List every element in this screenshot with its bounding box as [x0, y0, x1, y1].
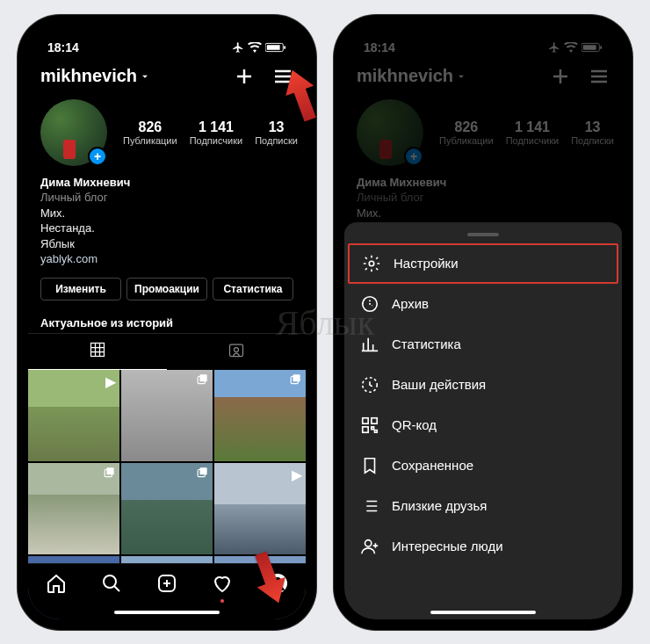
sheet-item-label: QR-код: [392, 417, 437, 432]
sheet-item-insights[interactable]: Статистика: [344, 324, 622, 365]
tagged-icon: [228, 341, 245, 358]
post-thumbnail[interactable]: ▶: [214, 463, 306, 554]
svg-rect-6: [200, 374, 207, 381]
stat-followers[interactable]: 1 141 Подписчики: [190, 119, 243, 146]
screen-right: 18:14 mikhnevich +: [344, 25, 622, 619]
stat-followers[interactable]: 1 141Подписчики: [506, 119, 560, 146]
sheet-item-label: Близкие друзья: [392, 498, 487, 513]
nav-activity[interactable]: [212, 573, 233, 597]
bio-name: Дима Михневич: [40, 175, 293, 191]
stat-following[interactable]: 13Подписки: [571, 119, 614, 146]
bio-name: Дима Михневич: [357, 175, 610, 191]
avatar[interactable]: +: [40, 99, 107, 166]
post-thumbnail[interactable]: [121, 463, 213, 554]
svg-point-5: [235, 347, 239, 351]
add-story-badge[interactable]: +: [88, 147, 107, 166]
plus-square-icon: [156, 573, 177, 594]
insights-button[interactable]: Статистика: [213, 278, 293, 300]
phone-left: 18:14 mikhnevich +: [18, 15, 316, 630]
nav-create[interactable]: [156, 573, 177, 597]
sheet-item-qr[interactable]: QR-код: [344, 405, 622, 445]
post-thumbnail[interactable]: [214, 370, 306, 461]
home-indicator: [430, 611, 536, 614]
create-icon[interactable]: [234, 66, 255, 87]
sheet-item-label: Ваши действия: [392, 377, 486, 392]
svg-rect-3: [91, 343, 105, 356]
bio-link[interactable]: yablyk.com: [40, 251, 293, 267]
svg-rect-4: [230, 344, 243, 356]
nav-home[interactable]: [46, 573, 67, 597]
tab-tagged[interactable]: [167, 334, 306, 370]
add-story-badge[interactable]: +: [404, 147, 423, 166]
sheet-handle[interactable]: [467, 233, 499, 236]
svg-point-27: [365, 539, 372, 546]
sheet-item-settings[interactable]: Настройки: [348, 243, 618, 284]
notch: [413, 25, 553, 48]
svg-rect-8: [293, 374, 300, 381]
chevron-down-icon: [455, 70, 467, 83]
archive-icon: [360, 294, 379, 314]
svg-rect-20: [600, 46, 602, 49]
home-icon: [46, 573, 67, 594]
username-text: mikhnevich: [40, 66, 137, 86]
chart-icon: [360, 335, 379, 354]
svg-rect-10: [107, 467, 114, 474]
username-dropdown[interactable]: mikhnevich: [40, 66, 151, 86]
sheet-item-close-friends[interactable]: Близкие друзья: [344, 486, 622, 526]
post-thumbnail[interactable]: ▶: [28, 370, 119, 461]
grid-icon: [89, 341, 106, 358]
profile-section: + 826 Публикации 1 141 Подписчики 13 Под…: [28, 92, 306, 308]
phone-right: 18:14 mikhnevich +: [334, 15, 632, 630]
notch: [97, 25, 237, 48]
bio-category: Личный блог: [40, 190, 293, 206]
stat-posts[interactable]: 826Публикации: [439, 119, 494, 146]
profile-header: mikhnevich: [344, 61, 622, 92]
sheet-item-archive[interactable]: Архив: [344, 284, 622, 324]
screen-left: 18:14 mikhnevich +: [28, 25, 306, 619]
annotation-arrow: [279, 64, 323, 129]
status-icons: [548, 41, 603, 54]
bio-line: Мих.: [357, 206, 610, 221]
nav-search[interactable]: [101, 573, 122, 597]
sheet-item-saved[interactable]: Сохраненное: [344, 445, 622, 486]
sheet-item-label: Настройки: [394, 256, 459, 271]
activity-icon: [360, 375, 379, 394]
annotation-arrow: [248, 547, 292, 612]
post-thumbnail[interactable]: [28, 463, 119, 554]
svg-point-21: [369, 261, 374, 266]
wifi-icon: [564, 42, 578, 53]
heart-icon: [212, 573, 233, 594]
menu-bottom-sheet: Настройки Архив Статистика Ваши действия…: [344, 222, 622, 619]
video-icon: ▶: [292, 467, 302, 483]
username-dropdown[interactable]: mikhnevich: [357, 66, 467, 86]
notification-dot: [220, 599, 224, 603]
gear-icon: [362, 254, 381, 273]
svg-point-14: [104, 575, 116, 588]
avatar[interactable]: +: [357, 99, 423, 166]
sheet-item-label: Архив: [392, 296, 429, 311]
post-thumbnail[interactable]: [121, 370, 213, 461]
profile-header: mikhnevich: [28, 61, 306, 92]
svg-rect-26: [363, 426, 368, 431]
tab-grid[interactable]: [28, 334, 167, 370]
video-icon: ▶: [105, 373, 116, 390]
create-icon[interactable]: [550, 66, 571, 87]
svg-rect-1: [267, 45, 280, 50]
status-time: 18:14: [47, 40, 79, 54]
sheet-item-discover[interactable]: Интересные люди: [344, 526, 622, 567]
sheet-item-label: Сохраненное: [392, 458, 473, 473]
bio-line: Мих.: [40, 206, 293, 221]
carousel-icon: [197, 467, 209, 482]
promotions-button[interactable]: Промоакции: [126, 278, 207, 300]
sheet-item-activity[interactable]: Ваши действия: [344, 365, 622, 405]
svg-rect-12: [200, 467, 207, 474]
stat-posts[interactable]: 826 Публикации: [123, 119, 177, 146]
edit-profile-button[interactable]: Изменить: [40, 278, 121, 300]
highlights-title[interactable]: Актуальное из историй: [28, 308, 306, 333]
bookmark-icon: [360, 456, 379, 475]
wifi-icon: [248, 42, 262, 53]
status-icons: [232, 41, 286, 54]
menu-icon[interactable]: [589, 66, 610, 87]
chevron-down-icon: [139, 70, 151, 83]
svg-rect-24: [363, 417, 368, 423]
